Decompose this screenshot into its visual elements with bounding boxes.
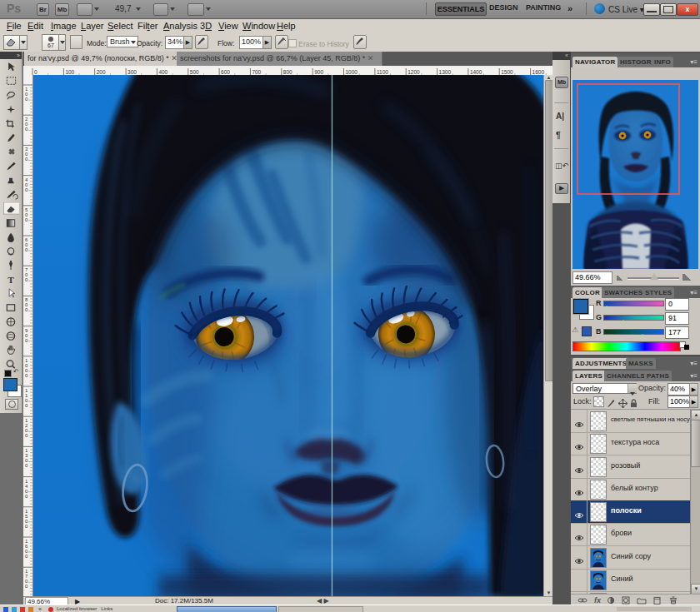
- svg-text:0: 0: [34, 69, 38, 75]
- svg-text:700: 700: [252, 69, 261, 75]
- svg-text:200: 200: [97, 69, 106, 75]
- svg-text:1500: 1500: [501, 69, 513, 75]
- svg-text:900: 900: [314, 69, 323, 75]
- svg-text:500: 500: [190, 69, 199, 75]
- svg-text:300: 300: [128, 69, 137, 75]
- svg-text:400: 400: [158, 69, 168, 75]
- svg-text:1000: 1000: [346, 69, 358, 75]
- svg-text:1400: 1400: [470, 69, 482, 75]
- svg-text:1600: 1600: [532, 69, 545, 75]
- svg-text:100: 100: [65, 69, 74, 75]
- svg-text:T: T: [8, 275, 14, 285]
- svg-text:1200: 1200: [408, 69, 420, 75]
- svg-text:1300: 1300: [439, 69, 452, 75]
- svg-text:600: 600: [221, 69, 230, 75]
- svg-text:fx: fx: [594, 596, 602, 605]
- svg-text:800: 800: [283, 69, 292, 75]
- svg-text:1100: 1100: [377, 69, 388, 75]
